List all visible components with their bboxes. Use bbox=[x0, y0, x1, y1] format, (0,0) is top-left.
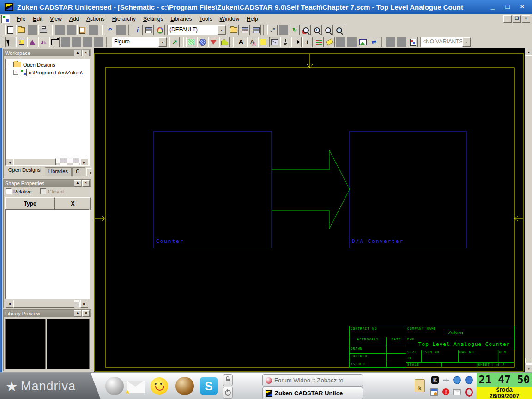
menu-item-window[interactable]: Window bbox=[216, 14, 243, 24]
menu-item-libraries[interactable]: Libraries bbox=[167, 14, 195, 24]
zoom-window-button[interactable] bbox=[301, 25, 311, 35]
mdi-restore-button[interactable]: ❐ bbox=[513, 15, 521, 23]
spreadsheet-button[interactable] bbox=[144, 25, 154, 35]
scroll-right-icon[interactable]: ▶ bbox=[80, 158, 88, 166]
colours-button[interactable] bbox=[155, 25, 165, 35]
launcher-sun-smiley-icon[interactable] bbox=[151, 377, 168, 395]
connection-tool-button[interactable] bbox=[291, 37, 302, 47]
scrollbar-thumb[interactable] bbox=[13, 158, 56, 166]
open-button[interactable] bbox=[16, 25, 26, 35]
task-forum-wideo[interactable]: Forum Wideo :: Zobacz te bbox=[262, 374, 363, 387]
scrollbar-thumb[interactable] bbox=[525, 55, 532, 358]
area-tool-button[interactable] bbox=[219, 37, 230, 47]
scroll-left-icon[interactable]: ◀ bbox=[6, 158, 13, 166]
tab-open-designs[interactable]: Open Designs bbox=[5, 166, 44, 176]
label-tool-button[interactable] bbox=[325, 37, 335, 47]
scroll-right-icon[interactable]: ▶ bbox=[80, 300, 88, 308]
combobox-dropdown-icon[interactable]: ▼ bbox=[218, 25, 226, 35]
mandriva-menu-button[interactable]: ★ Mandriva bbox=[0, 373, 101, 399]
scrollbar-thumb[interactable] bbox=[13, 300, 74, 308]
style-combobox[interactable]: (DEFAULT) ▼ bbox=[167, 25, 226, 35]
tray-organizer-icon[interactable] bbox=[430, 388, 438, 396]
shape-properties-titlebar[interactable]: Shape Properties ▴ × bbox=[4, 180, 91, 187]
tray-klipper-icon[interactable]: k bbox=[415, 379, 425, 392]
menu-item-settings[interactable]: Settings bbox=[139, 14, 167, 24]
workspace-hscrollbar[interactable]: ◀ ▶ bbox=[6, 158, 88, 165]
relative-checkbox[interactable] bbox=[6, 188, 12, 194]
signal-reference-button[interactable] bbox=[269, 37, 279, 47]
undo-button[interactable]: ↶ bbox=[105, 25, 115, 35]
menu-item-hierarchy[interactable]: Hierarchy bbox=[109, 14, 139, 24]
translate-button[interactable]: ⇄ bbox=[369, 37, 379, 47]
scroll-left-icon[interactable]: ◀ bbox=[6, 300, 13, 308]
schematic-canvas[interactable]: Counter D/A Converter CONTRACT NO APPROV… bbox=[94, 48, 525, 372]
menu-item-edit[interactable]: Edit bbox=[29, 14, 46, 24]
tree-item-open-designs[interactable]: Open Designs bbox=[23, 62, 55, 67]
tree-item-design-path[interactable]: c:\Program Files\Zuken\ bbox=[29, 70, 83, 75]
route-tool-button[interactable] bbox=[314, 37, 324, 47]
tray-opera-icon[interactable] bbox=[466, 388, 473, 396]
tray-kde-icon[interactable]: K bbox=[431, 376, 439, 384]
signal-flow-arrow[interactable] bbox=[272, 150, 350, 229]
rotate-tool-button[interactable] bbox=[27, 37, 37, 47]
launcher-browser-orb-icon[interactable] bbox=[175, 377, 194, 395]
scrollbar-track[interactable] bbox=[74, 300, 80, 307]
tree-expand-icon[interactable]: + bbox=[13, 70, 18, 75]
properties-toggle-button[interactable] bbox=[240, 25, 250, 35]
combobox-dropdown-icon[interactable]: ▼ bbox=[462, 37, 471, 47]
workspace-toggle-button[interactable] bbox=[229, 25, 239, 35]
shape-table-body[interactable] bbox=[5, 209, 90, 299]
tab-components[interactable]: C bbox=[72, 167, 85, 176]
preview-toggle-button[interactable] bbox=[251, 25, 261, 35]
figure-combobox[interactable]: Figure ▼ bbox=[112, 37, 167, 47]
shape-hscrollbar[interactable]: ◀ ▶ bbox=[6, 300, 88, 307]
new-button[interactable] bbox=[5, 25, 15, 35]
tray-gear-icon[interactable] bbox=[466, 376, 473, 384]
panel-hide-button[interactable]: ▴ bbox=[74, 50, 81, 56]
workspace-tree[interactable]: − Open Designs + c:\Program Files\Zuken\… bbox=[5, 59, 90, 166]
zoom-in-button[interactable]: + bbox=[312, 25, 322, 35]
logout-button[interactable] bbox=[223, 387, 233, 399]
tab-libraries[interactable]: Libraries bbox=[45, 167, 72, 176]
taskbar-date[interactable]: środa 26/09/2007 bbox=[477, 387, 532, 399]
menu-item-actions[interactable]: Actions bbox=[83, 14, 108, 24]
polyline-tool-button[interactable] bbox=[49, 37, 60, 47]
maximize-button[interactable]: □ bbox=[502, 2, 513, 12]
menu-item-tools[interactable]: Tools bbox=[195, 14, 216, 24]
workspace-panel-titlebar[interactable]: Workspace ▴ × bbox=[4, 49, 91, 56]
mdi-minimize-button[interactable]: _ bbox=[503, 15, 512, 23]
frame-view-button[interactable]: ⤢ bbox=[267, 25, 278, 35]
text-tool-button[interactable]: A bbox=[236, 37, 246, 47]
menu-item-help[interactable]: Help bbox=[243, 14, 262, 24]
launcher-skype-icon[interactable]: S bbox=[200, 377, 218, 395]
column-header-type[interactable]: Type bbox=[5, 197, 55, 210]
panel-hide-button[interactable]: ▴ bbox=[74, 180, 81, 187]
polygon-tool-button[interactable] bbox=[208, 37, 218, 47]
library-preview-titlebar[interactable]: Library Preview ▴ × bbox=[4, 310, 91, 317]
toolbar-grip[interactable] bbox=[1, 37, 3, 47]
toolbar-grip[interactable] bbox=[1, 25, 3, 35]
minimize-button[interactable]: _ bbox=[488, 2, 498, 12]
paste-button[interactable] bbox=[77, 25, 87, 35]
menu-item-add[interactable]: Add bbox=[66, 14, 83, 24]
panel-close-button[interactable]: × bbox=[82, 50, 90, 56]
note-tool-button[interactable] bbox=[258, 37, 268, 47]
zoom-previous-button[interactable] bbox=[334, 25, 344, 35]
tree-collapse-icon[interactable]: − bbox=[7, 62, 12, 67]
rectangle-tool-button[interactable] bbox=[186, 37, 196, 47]
closed-checkbox[interactable] bbox=[40, 188, 46, 194]
panel-hide-button[interactable]: ▴ bbox=[74, 310, 81, 317]
tray-network-plug-icon[interactable] bbox=[442, 376, 450, 384]
da-converter-block-label[interactable]: D/A Converter bbox=[352, 238, 404, 244]
ground-symbol-button[interactable] bbox=[280, 37, 290, 47]
insert-picture-button[interactable] bbox=[358, 37, 368, 47]
menu-item-file[interactable]: File bbox=[13, 14, 29, 24]
zoom-out-button[interactable]: − bbox=[323, 25, 333, 35]
tray-mail-icon[interactable] bbox=[453, 388, 461, 396]
variants-combobox[interactable]: <NO VARIANTS> ▼ bbox=[420, 37, 471, 47]
combobox-dropdown-icon[interactable]: ▼ bbox=[158, 37, 167, 47]
circle-tool-button[interactable] bbox=[197, 37, 207, 47]
task-zuken-cadstar[interactable]: Zuken CADSTAR Unlice bbox=[262, 387, 363, 399]
taskbar-clock[interactable]: 21 47 50 bbox=[477, 373, 532, 387]
mdi-close-button[interactable]: × bbox=[522, 15, 530, 23]
